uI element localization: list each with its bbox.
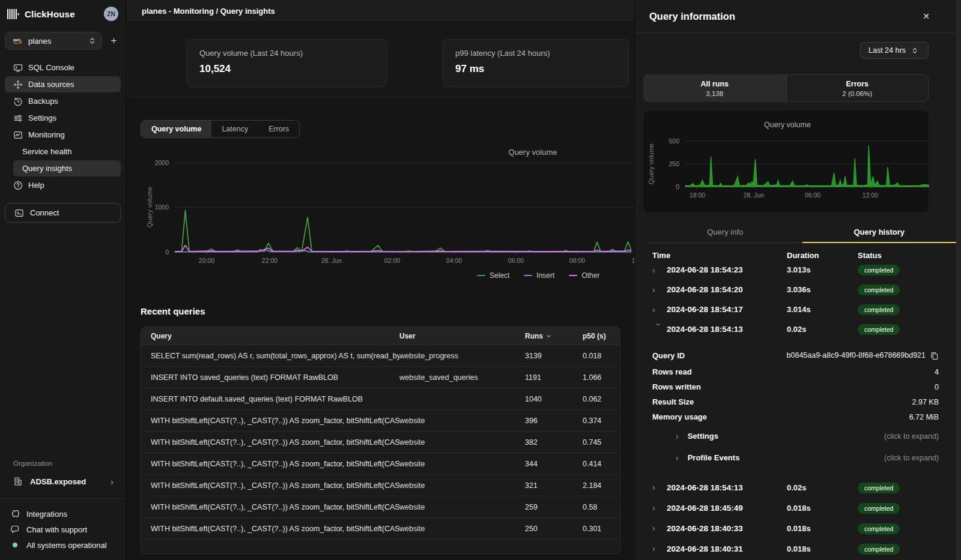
chevron-right-icon[interactable]: › — [652, 544, 667, 553]
tab-query-info[interactable]: Query info — [648, 222, 802, 242]
p50-cell: 2.184 — [583, 481, 610, 490]
summary-tabs: All runs3,138Errors2 (0.06%) — [643, 74, 929, 102]
sidebar-item-settings[interactable]: Settings — [5, 110, 121, 126]
p50-cell: 0.58 — [583, 503, 610, 511]
tab-latency[interactable]: Latency — [211, 121, 258, 137]
history-header: TimeDurationStatus — [635, 251, 961, 260]
runs-cell: 259 — [525, 503, 583, 511]
main-content: planes - Monitoring / Query insights Que… — [127, 0, 634, 560]
svg-text:Query volume: Query volume — [764, 121, 811, 129]
user-avatar[interactable]: ZN — [104, 7, 118, 21]
integrations-icon — [10, 509, 20, 519]
query-volume-chart[interactable]: 01000200020:0022:0028. Jun02:0004:0006:0… — [141, 144, 634, 267]
history-list-bottom: ›2024-06-28 18:54:130.02scompleted›2024-… — [635, 477, 961, 559]
table-row[interactable]: WITH bitShiftLeft(CAST(?..), _CAST(?..))… — [141, 517, 620, 539]
history-row[interactable]: ›2024-06-28 18:54:203.036scompleted — [635, 280, 961, 300]
chevron-right-icon[interactable]: › — [652, 266, 667, 274]
sidebar-footer-label: Integrations — [26, 510, 67, 519]
history-row[interactable]: ›2024-06-28 18:40:330.018scompleted — [635, 518, 961, 538]
sort-desc-icon — [546, 334, 551, 339]
sidebar-item-help[interactable]: Help — [5, 177, 121, 193]
close-icon[interactable]: ✕ — [923, 12, 930, 20]
summary-tab-errors[interactable]: Errors2 (0.06%) — [786, 74, 929, 102]
svg-text:02:00: 02:00 — [384, 257, 400, 264]
history-row[interactable]: ›2024-06-28 18:54:173.014scompleted — [635, 300, 961, 319]
svg-text:2000: 2000 — [155, 159, 169, 166]
chevron-right-icon[interactable]: › — [652, 286, 667, 294]
sidebar-item-sql-console[interactable]: SQL Console — [5, 59, 121, 76]
table-row[interactable]: WITH bitShiftLeft(CAST(?..), _CAST(?..))… — [141, 474, 620, 496]
panel-scrollbar[interactable] — [956, 0, 961, 560]
history-duration: 0.018s — [787, 544, 858, 553]
svg-text:0: 0 — [165, 248, 169, 256]
history-row[interactable]: ›2024-06-28 18:45:490.018scompleted — [635, 498, 961, 518]
panel-query-volume-chart[interactable]: 025050018:0028. Jun06:0012:00Query volum… — [643, 113, 929, 204]
sidebar-footer-chat-with-support[interactable]: Chat with support — [0, 522, 126, 537]
table-row[interactable]: INSERT INTO saved_queries (text) FORMAT … — [141, 366, 620, 388]
sidebar-item-service-health[interactable]: Service health — [5, 143, 121, 160]
runs-cell: 250 — [525, 525, 583, 533]
tab-errors[interactable]: Errors — [258, 121, 299, 137]
stats-section: Query volume (Last 24 hours) 10,524 p99 … — [127, 22, 634, 98]
sidebar-item-backups[interactable]: Backups — [5, 93, 121, 109]
history-row[interactable]: ›2024-06-28 18:54:130.02scompleted — [635, 319, 961, 339]
history-row[interactable]: ›2024-06-28 18:54:233.013scompleted — [635, 260, 961, 280]
chevron-right-icon[interactable]: › — [652, 524, 667, 532]
legend-swatch — [569, 275, 577, 277]
chevron-down-icon[interactable]: › — [655, 323, 663, 337]
query-id-value: b0845aa9-a8c9-49f0-8f68-e678669bd921 — [787, 351, 926, 360]
history-row[interactable]: ›2024-06-28 18:40:310.018scompleted — [635, 538, 961, 559]
table-row[interactable]: WITH bitShiftLeft(CAST(?..), _CAST(?..))… — [141, 431, 620, 453]
status-badge: completed — [858, 503, 900, 514]
p50-cell: 0.374 — [583, 417, 610, 425]
history-list-top: ›2024-06-28 18:54:233.013scompleted›2024… — [635, 260, 961, 339]
svg-text:aws: aws — [13, 38, 21, 42]
app: ClickHouse ZN aws planes + SQL ConsoleDa… — [0, 0, 961, 560]
legend-item-select[interactable]: Select — [477, 271, 509, 280]
expandable-settings[interactable]: ›Settings(click to expand) — [652, 426, 939, 446]
status-badge: completed — [858, 285, 900, 295]
user-cell: website — [399, 460, 525, 468]
connect-button[interactable]: Connect — [5, 203, 121, 223]
history-row[interactable]: ›2024-06-28 18:54:130.02scompleted — [635, 477, 961, 498]
history-duration: 0.02s — [787, 483, 858, 492]
monitoring-icon — [13, 130, 23, 140]
workspace-select[interactable]: aws planes — [5, 32, 102, 50]
sidebar-item-data-sources[interactable]: Data sources — [5, 76, 121, 92]
table-row[interactable]: WITH bitShiftLeft(CAST(?..), _CAST(?..))… — [141, 496, 620, 517]
svg-text:04:00: 04:00 — [446, 257, 462, 264]
column-header-runs[interactable]: Runs — [525, 332, 583, 340]
tab-query-volume[interactable]: Query volume — [141, 121, 211, 137]
query-cell: WITH bitShiftLeft(CAST(?..), _CAST(?..))… — [151, 525, 399, 533]
legend-item-insert[interactable]: Insert — [524, 271, 554, 280]
copy-icon[interactable] — [930, 351, 939, 360]
settings-icon — [13, 113, 23, 123]
svg-text:06:00: 06:00 — [805, 191, 820, 199]
chevron-right-icon[interactable]: › — [652, 504, 667, 512]
add-service-button[interactable]: + — [107, 32, 121, 50]
sidebar-footer-all-systems-operational[interactable]: All systems operational — [0, 537, 126, 553]
query-cell: INSERT INTO saved_queries (text) FORMAT … — [151, 373, 399, 382]
sidebar-item-label: Data sources — [28, 80, 74, 89]
chevron-right-icon[interactable]: › — [652, 306, 667, 314]
sidebar-item-query-insights[interactable]: Query insights — [13, 160, 121, 176]
organization-item[interactable]: ADSB.exposed › — [5, 472, 121, 490]
chevron-right-icon[interactable]: › — [652, 483, 667, 492]
mini-chart-card: 025050018:0028. Jun06:0012:00Query volum… — [643, 110, 929, 212]
expandable-profile-events[interactable]: ›Profile Events(click to expand) — [652, 448, 939, 468]
tab-query-history[interactable]: Query history — [802, 222, 957, 242]
table-row[interactable]: SELECT sum(read_rows) AS r, sum(total_ro… — [141, 345, 620, 366]
p50-cell: 0.062 — [583, 395, 610, 403]
detail-label: Result Size — [652, 397, 694, 406]
history-status: completed — [858, 543, 961, 555]
table-row[interactable]: WITH bitShiftLeft(CAST(?..), _CAST(?..))… — [141, 409, 620, 431]
table-row[interactable]: WITH bitShiftLeft(CAST(?..), _CAST(?..))… — [141, 453, 620, 474]
legend-item-other[interactable]: Other — [569, 271, 599, 280]
history-duration: 3.036s — [787, 285, 858, 294]
sidebar-footer-integrations[interactable]: Integrations — [0, 506, 126, 522]
table-row[interactable]: INSERT INTO default.saved_queries (text)… — [141, 388, 620, 409]
chevron-right-icon: › — [676, 453, 679, 463]
time-range-select[interactable]: Last 24 hrs — [860, 42, 929, 59]
summary-tab-all-runs[interactable]: All runs3,138 — [643, 74, 786, 102]
sidebar-item-monitoring[interactable]: Monitoring — [5, 127, 121, 143]
